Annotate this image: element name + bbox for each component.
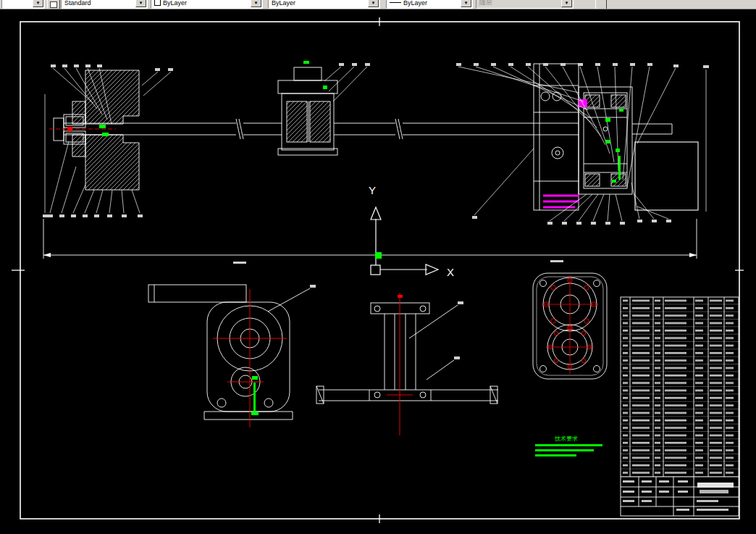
toolbar-icon-button[interactable] (47, 0, 60, 9)
color-swatch (154, 0, 161, 6)
chevron-down-icon[interactable]: ▼ (368, 0, 379, 7)
shaft[interactable] (64, 119, 672, 139)
lineweight-control-dropdown[interactable]: ByLayer ▼ (386, 0, 473, 9)
named-view-dropdown[interactable]: ▼ (1, 0, 45, 9)
color-value: ByLayer (163, 0, 187, 7)
properties-toolbar: ▼ Standard ▼ ByLayer ▼ ByLayer ▼ ByLayer… (0, 0, 756, 9)
drawing-canvas[interactable]: Y X (0, 0, 756, 534)
technical-notes-heading: 技术要求 (554, 435, 578, 442)
plotstyle-value: 随层 (479, 0, 492, 7)
ucs-x-label: X (447, 266, 454, 278)
ucs-icon: Y X (369, 184, 454, 278)
cad-application-window: ▼ Standard ▼ ByLayer ▼ ByLayer ▼ ByLayer… (0, 0, 756, 534)
ucs-y-label: Y (369, 184, 376, 196)
chevron-down-icon[interactable]: ▼ (135, 0, 146, 7)
sheet-icon (50, 1, 57, 8)
parts-list-table (621, 297, 739, 516)
text-style-dropdown[interactable]: Standard ▼ (61, 0, 148, 9)
lineweight-preview (390, 2, 401, 3)
plotstyle-control-dropdown[interactable]: 随层 ▼ (476, 0, 574, 9)
toolbar-icon-button[interactable] (595, 0, 607, 9)
chevron-down-icon[interactable]: ▼ (33, 0, 43, 7)
linetype-control-dropdown[interactable]: ByLayer ▼ (268, 0, 380, 9)
text-style-value: Standard (64, 0, 91, 7)
lineweight-value: ByLayer (403, 0, 427, 7)
reducer-cover-view[interactable] (533, 273, 607, 379)
right-bearing-section[interactable] (534, 64, 698, 210)
technical-notes-highlight (535, 444, 602, 456)
linetype-value: ByLayer (272, 0, 295, 7)
middle-gearbox-section[interactable] (278, 67, 337, 155)
overall-dimension[interactable] (43, 219, 697, 259)
side-bracket-view[interactable] (316, 293, 498, 435)
technical-notes[interactable]: 技术要求 (535, 435, 602, 456)
left-coupling-section[interactable] (49, 70, 139, 190)
color-control-dropdown[interactable]: ByLayer ▼ (151, 0, 263, 9)
chevron-down-icon[interactable]: ▼ (251, 0, 261, 7)
front-bracket-view[interactable] (148, 285, 316, 427)
chevron-down-icon[interactable]: ▼ (561, 0, 572, 7)
chevron-down-icon[interactable]: ▼ (461, 0, 471, 7)
